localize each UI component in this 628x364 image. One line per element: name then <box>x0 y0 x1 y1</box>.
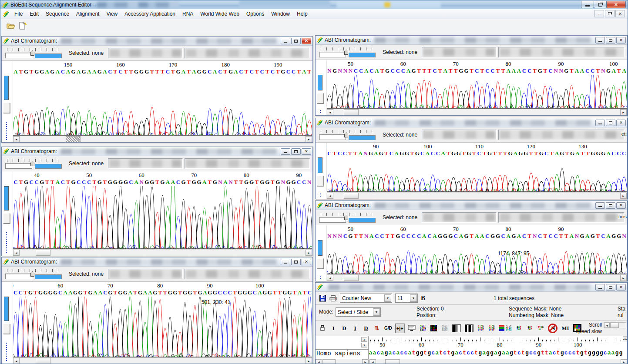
minimize-button[interactable] <box>595 202 605 209</box>
scrollbar-thumb[interactable] <box>344 109 359 115</box>
scroll-right-arrow[interactable]: ► <box>362 359 369 364</box>
scroll-left-arrow[interactable]: ◄ <box>604 323 610 328</box>
scrollbar-thumb[interactable] <box>322 359 336 364</box>
scroll-right-arrow[interactable]: ► <box>306 250 312 256</box>
drag-handle-icon[interactable]: ⇅ <box>373 324 381 333</box>
minimize-button[interactable] <box>595 120 605 126</box>
black-bars-icon[interactable] <box>464 324 474 333</box>
zoom-slider[interactable] <box>318 46 379 58</box>
chevron-down-icon[interactable]: ▼ <box>373 308 380 316</box>
lock-icon[interactable] <box>318 324 327 333</box>
zoom-slider[interactable] <box>4 268 65 280</box>
maximize-button[interactable] <box>606 120 615 126</box>
scroll-left-arrow[interactable]: ◄ <box>13 136 20 142</box>
vertical-scale-slider[interactable] <box>2 61 13 142</box>
horizontal-scrollbar[interactable]: ◄ ► <box>13 357 312 364</box>
slider-thumb[interactable] <box>317 93 324 104</box>
close-button[interactable]: ✕ <box>616 37 626 43</box>
horizontal-scrollbar[interactable]: ◄ ► <box>327 192 627 199</box>
scrollbar-thumb[interactable] <box>66 136 81 142</box>
scroll-left-arrow[interactable]: ◄ <box>13 250 20 256</box>
save-icon[interactable] <box>319 295 326 302</box>
color-letters-inverse-icon[interactable]: TGACATAGCTCT <box>430 324 438 333</box>
sequence-name-cell[interactable]: Homo sapiens <box>316 349 369 359</box>
vertical-scale-slider[interactable] <box>2 171 13 256</box>
menu-item-view[interactable]: View <box>103 10 121 18</box>
open-folder-icon[interactable] <box>7 22 15 30</box>
scroll-left-arrow[interactable]: ◄ <box>327 109 333 115</box>
vertical-scale-slider[interactable] <box>316 225 327 281</box>
ruler-corner-arrows[interactable]: ◄► <box>623 336 627 342</box>
scroll-speed-thumb[interactable] <box>610 323 619 328</box>
maximize-button[interactable] <box>291 259 301 265</box>
slider-thumb[interactable] <box>317 258 324 269</box>
ttag-colored-icon[interactable]: TTAGATAGCTCT <box>477 324 485 333</box>
horizontal-scrollbar[interactable]: ◄ ► <box>327 274 627 281</box>
maximize-button[interactable] <box>606 284 615 291</box>
ttag-dots-icon[interactable]: TTAG:A.: <box>536 324 545 333</box>
scrollbar-thumb[interactable] <box>36 358 50 364</box>
maximize-button[interactable] <box>606 202 615 209</box>
vertical-scale-slider[interactable] <box>316 143 327 199</box>
horizontal-scrollbar[interactable]: ◄ ► <box>327 109 627 115</box>
menu-item-alignment[interactable]: Alignment <box>73 10 103 18</box>
trace-area[interactable] <box>327 157 627 193</box>
no-n-icon[interactable]: N <box>547 324 558 333</box>
horizontal-scrollbar[interactable]: ◄ ► <box>13 249 312 256</box>
chevron-down-icon[interactable]: ▼ <box>410 294 417 302</box>
delete-underline-button[interactable]: D <box>362 324 370 333</box>
menu-item-window[interactable]: Window <box>268 10 293 18</box>
name-panel-scrollbar[interactable]: ◄ ► <box>316 359 369 364</box>
sequence-scrollbar[interactable]: ◄ ► <box>369 359 627 364</box>
menu-item-rna[interactable]: RNA <box>179 10 197 18</box>
mi-button[interactable]: MI <box>561 324 570 333</box>
gatcat-highlight-icon[interactable]: GATCAT <box>514 324 523 333</box>
scroll-left-arrow[interactable]: ◄ <box>327 193 333 199</box>
minimize-button[interactable] <box>595 284 605 291</box>
gd-toggle-button[interactable]: G/D <box>383 324 393 333</box>
slider-thumb[interactable] <box>3 324 10 334</box>
slider-thumb[interactable] <box>3 103 10 113</box>
vertical-scale-slider[interactable] <box>316 60 327 115</box>
grayscale-bars-icon[interactable] <box>451 324 462 333</box>
minimize-button[interactable] <box>281 259 290 265</box>
scroll-right-arrow[interactable]: ► <box>620 193 627 199</box>
trace-area[interactable] <box>13 186 312 250</box>
zoom-slider[interactable] <box>318 211 379 224</box>
minimize-button[interactable] <box>581 1 594 8</box>
scroll-left-arrow[interactable]: ◄ <box>369 359 376 364</box>
gatcat-plain-icon[interactable]: GATCAT <box>525 324 534 333</box>
ttag-colored2-icon[interactable]: TTAGATAGCTCT <box>487 324 496 333</box>
minimize-button[interactable] <box>281 148 290 155</box>
horizontal-scrollbar[interactable]: ◄ ► <box>13 136 312 142</box>
menu-item-accessory-application[interactable]: Accessory Application <box>121 10 179 18</box>
scrollbar-thumb[interactable] <box>36 250 50 256</box>
new-document-icon[interactable] <box>18 22 27 30</box>
close-button[interactable]: ✕ <box>616 284 626 291</box>
slider-thumb[interactable] <box>317 176 324 186</box>
sequence-letters[interactable]: aacagacaccatggtgcatctgactcctgaggagaagtct… <box>369 349 623 359</box>
scroll-right-arrow[interactable]: ► <box>620 109 627 115</box>
restore-button[interactable] <box>594 1 607 8</box>
menu-item-edit[interactable]: Edit <box>26 10 42 18</box>
bold-button[interactable]: B <box>421 294 425 302</box>
menu-item-sequence[interactable]: Sequence <box>42 10 73 18</box>
trace-area[interactable] <box>13 76 312 136</box>
maximize-button[interactable] <box>291 38 301 44</box>
menu-item-file[interactable]: File <box>11 10 26 18</box>
zoom-slider[interactable] <box>318 129 379 141</box>
trace-area[interactable] <box>327 75 627 109</box>
mdi-restore-button[interactable] <box>605 10 615 17</box>
color-letters-gray-icon[interactable]: AGCTCATGGGCC <box>440 324 449 333</box>
close-button[interactable]: ✕ <box>302 259 311 265</box>
print-icon[interactable] <box>329 295 337 302</box>
minimize-button[interactable] <box>281 38 290 44</box>
menu-item-help[interactable]: Help <box>293 10 311 18</box>
color-letters-icon[interactable]: AGCTCATGGGCC <box>419 324 427 333</box>
slide-crosshair-button[interactable]: +|+ <box>395 324 405 333</box>
chevron-down-icon[interactable]: ▼ <box>384 294 391 302</box>
scroll-right-arrow[interactable]: ► <box>621 359 627 364</box>
scroll-down-button[interactable]: ▼ <box>361 343 367 347</box>
scroll-speed-scrollbar[interactable]: ◄ <box>604 322 626 328</box>
font-family-select[interactable]: Courier New ▼ <box>340 294 392 303</box>
